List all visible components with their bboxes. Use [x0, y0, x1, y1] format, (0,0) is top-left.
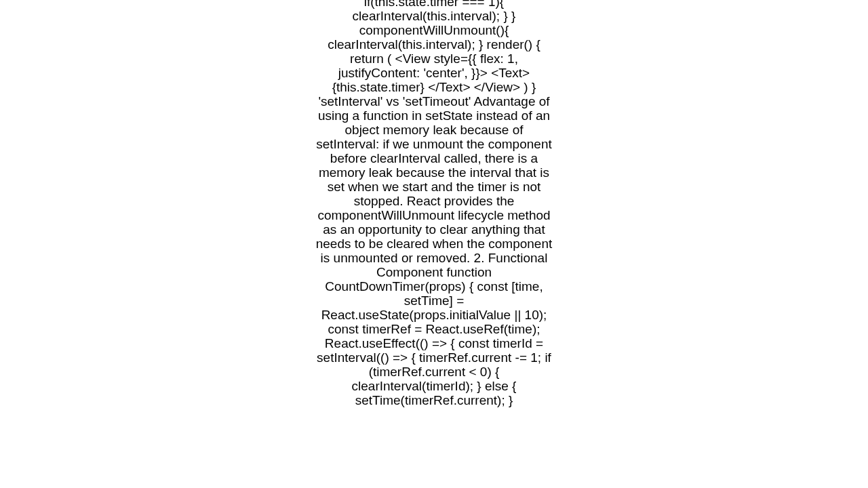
document-body-text: if(this.state.timer === 1){ clearInterva… [315, 0, 553, 407]
